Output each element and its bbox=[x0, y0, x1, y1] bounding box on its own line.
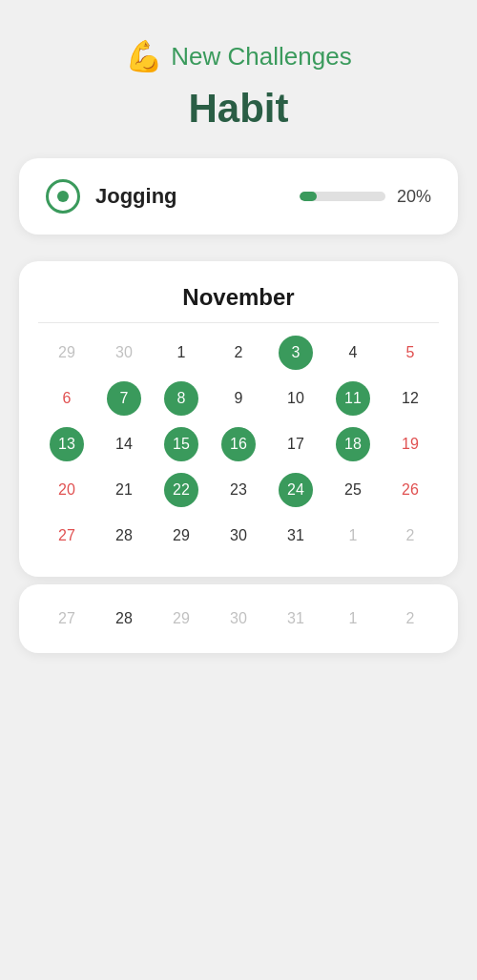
second-calendar-grid: 272829303112 bbox=[38, 600, 439, 638]
calendar-day[interactable]: 27 bbox=[38, 514, 95, 558]
progress-percent: 20% bbox=[397, 187, 431, 207]
calendar-day[interactable]: 2 bbox=[382, 514, 439, 558]
calendar-day[interactable]: 19 bbox=[382, 422, 439, 466]
habit-icon bbox=[46, 179, 80, 214]
calendar-day[interactable]: 16 bbox=[210, 422, 267, 466]
calendar-day[interactable]: 29 bbox=[153, 514, 210, 558]
calendar-day[interactable]: 30 bbox=[210, 514, 267, 558]
calendar-day[interactable]: 26 bbox=[382, 468, 439, 512]
calendar-day[interactable]: 12 bbox=[382, 377, 439, 420]
calendar-grid: 2930123456789101112131415161718192021222… bbox=[38, 331, 439, 558]
calendar-divider bbox=[38, 322, 439, 323]
calendar-card: November 2930123456789101112131415161718… bbox=[19, 261, 458, 577]
calendar-day[interactable]: 9 bbox=[210, 377, 267, 420]
calendar-day[interactable]: 7 bbox=[95, 377, 153, 420]
calendar-day[interactable]: 10 bbox=[267, 377, 324, 420]
calendar-day[interactable]: 18 bbox=[324, 422, 382, 466]
calendar-day[interactable]: 29 bbox=[38, 331, 95, 375]
second-calendar-day: 1 bbox=[324, 600, 382, 638]
calendar-day[interactable]: 6 bbox=[38, 377, 95, 420]
second-calendar-day: 29 bbox=[153, 600, 210, 638]
calendar-day[interactable]: 8 bbox=[153, 377, 210, 420]
calendar-day[interactable]: 15 bbox=[153, 422, 210, 466]
second-calendar-day: 27 bbox=[38, 600, 95, 638]
calendar-day[interactable]: 1 bbox=[153, 331, 210, 375]
calendar-day[interactable]: 22 bbox=[153, 468, 210, 512]
calendar-day[interactable]: 14 bbox=[95, 422, 153, 466]
calendar-day[interactable]: 31 bbox=[267, 514, 324, 558]
progress-container: 20% bbox=[300, 187, 431, 207]
calendar-day[interactable]: 13 bbox=[38, 422, 95, 466]
header: 💪 New Challenges bbox=[125, 38, 351, 74]
calendar-day[interactable]: 4 bbox=[324, 331, 382, 375]
calendar-day[interactable]: 25 bbox=[324, 468, 382, 512]
calendar-day[interactable]: 17 bbox=[267, 422, 324, 466]
muscle-emoji: 💪 bbox=[125, 38, 163, 74]
calendar-day[interactable]: 5 bbox=[382, 331, 439, 375]
progress-bar-track bbox=[300, 192, 385, 201]
second-calendar-day: 31 bbox=[267, 600, 324, 638]
new-challenges-label: New Challenges bbox=[171, 42, 351, 71]
calendar-day[interactable]: 30 bbox=[95, 331, 153, 375]
calendar-day[interactable]: 11 bbox=[324, 377, 382, 420]
calendar-day[interactable]: 1 bbox=[324, 514, 382, 558]
habit-card[interactable]: Jogging 20% bbox=[19, 158, 458, 235]
second-calendar-day: 28 bbox=[95, 600, 153, 638]
progress-bar-fill bbox=[300, 192, 317, 201]
second-calendar-card: 272829303112 bbox=[19, 584, 458, 653]
calendar-day[interactable]: 2 bbox=[210, 331, 267, 375]
calendar-day[interactable]: 21 bbox=[95, 468, 153, 512]
calendar-day[interactable]: 23 bbox=[210, 468, 267, 512]
second-calendar-day: 30 bbox=[210, 600, 267, 638]
second-calendar-day: 2 bbox=[382, 600, 439, 638]
page-title: Habit bbox=[189, 86, 289, 132]
calendar-day[interactable]: 28 bbox=[95, 514, 153, 558]
habit-name: Jogging bbox=[95, 184, 284, 209]
calendar-day[interactable]: 3 bbox=[267, 331, 324, 375]
calendar-month: November bbox=[38, 284, 439, 311]
calendar-day[interactable]: 24 bbox=[267, 468, 324, 512]
calendar-day[interactable]: 20 bbox=[38, 468, 95, 512]
